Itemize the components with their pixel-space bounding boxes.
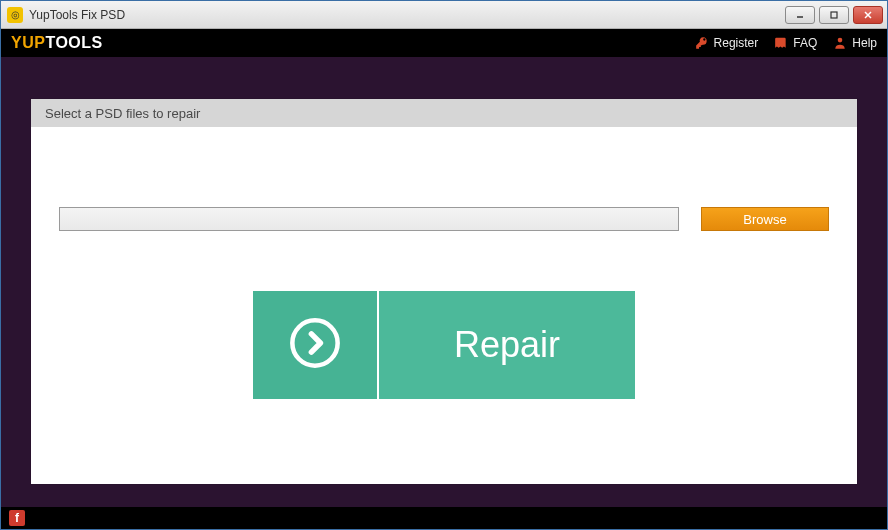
app-footer: f: [1, 507, 887, 529]
svg-point-4: [838, 38, 843, 43]
browse-button[interactable]: Browse: [701, 207, 829, 231]
register-link[interactable]: Register: [695, 36, 759, 50]
faq-label: FAQ: [793, 36, 817, 50]
facebook-icon[interactable]: f: [9, 510, 25, 526]
svg-point-5: [292, 320, 337, 365]
close-button[interactable]: [853, 6, 883, 24]
register-label: Register: [714, 36, 759, 50]
person-icon: [833, 36, 847, 50]
titlebar: ◎ YupTools Fix PSD: [1, 1, 887, 29]
logo-suffix: TOOLS: [45, 34, 102, 51]
panel-title: Select a PSD files to repair: [31, 99, 857, 127]
minimize-button[interactable]: [785, 6, 815, 24]
repair-label: Repair: [379, 291, 635, 399]
logo-prefix: YUP: [11, 34, 45, 51]
repair-icon-box: [253, 291, 379, 399]
svg-rect-1: [831, 12, 837, 18]
repair-row: Repair: [59, 291, 829, 399]
app-body: Select a PSD files to repair Browse: [1, 57, 887, 507]
panel-body: Browse Repair: [31, 127, 857, 399]
app-icon: ◎: [7, 7, 23, 23]
faq-link[interactable]: FAQ: [774, 36, 817, 50]
help-link[interactable]: Help: [833, 36, 877, 50]
key-icon: [695, 36, 709, 50]
chevron-circle-right-icon: [286, 314, 344, 376]
file-path-input[interactable]: [59, 207, 679, 231]
logo: YUPTOOLS: [11, 34, 103, 52]
app-header: YUPTOOLS Register FAQ Help: [1, 29, 887, 57]
help-label: Help: [852, 36, 877, 50]
repair-button[interactable]: Repair: [253, 291, 635, 399]
app-window: ◎ YupTools Fix PSD YUPTOOLS Register: [0, 0, 888, 530]
main-panel: Select a PSD files to repair Browse: [31, 99, 857, 484]
file-row: Browse: [59, 207, 829, 231]
window-controls: [785, 6, 883, 24]
maximize-button[interactable]: [819, 6, 849, 24]
book-icon: [774, 36, 788, 50]
window-title: YupTools Fix PSD: [29, 8, 125, 22]
